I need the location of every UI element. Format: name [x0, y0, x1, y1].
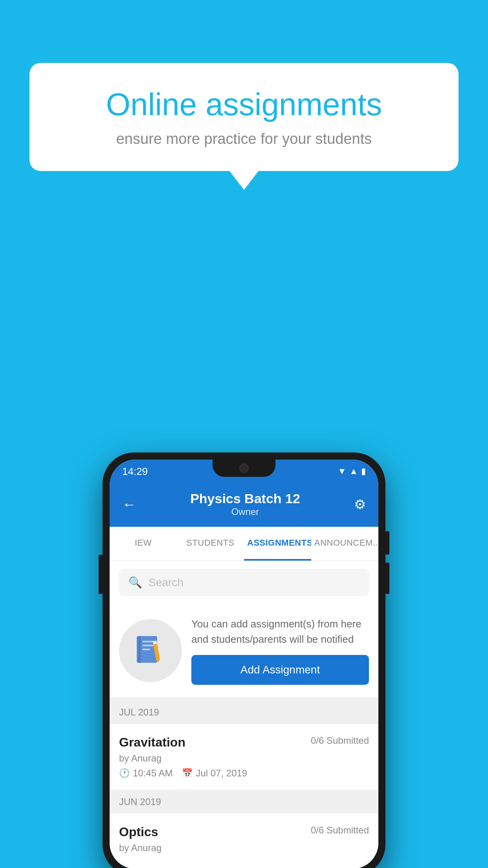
assignment-time: 🕐 10:45 AM — [119, 768, 172, 779]
assignment-date: 📅 Jul 07, 2019 — [182, 768, 247, 779]
wifi-icon: ▼ — [338, 466, 346, 476]
assignment-row-top: Gravitation 0/6 Submitted — [119, 735, 369, 750]
tab-students[interactable]: STUDENTS — [177, 527, 244, 561]
search-icon: 🔍 — [128, 576, 142, 589]
assignment-meta: 🕐 10:45 AM 📅 Jul 07, 2019 — [119, 768, 369, 779]
section-month-label: JUL 2019 — [119, 707, 159, 717]
status-icons: ▼ ▲ ▮ — [338, 466, 366, 476]
volume-down-button[interactable] — [385, 563, 389, 594]
tab-bar: IEW STUDENTS ASSIGNMENTS ANNOUNCEM... — [110, 527, 378, 561]
settings-button[interactable]: ⚙ — [354, 497, 366, 512]
batch-title: Physics Batch 12 — [190, 491, 300, 506]
power-button[interactable] — [99, 555, 103, 594]
calendar-icon: 📅 — [182, 768, 193, 778]
svg-rect-2 — [142, 641, 154, 642]
svg-rect-1 — [138, 636, 141, 663]
speech-bubble: Online assignments ensure more practice … — [29, 63, 459, 171]
search-bar[interactable]: 🔍 Search — [119, 569, 369, 596]
time-value: 10:45 AM — [133, 768, 172, 779]
volume-up-button[interactable] — [385, 531, 389, 555]
date-value: Jul 07, 2019 — [196, 768, 247, 779]
clock-icon: 🕐 — [119, 768, 130, 778]
speech-bubble-container: Online assignments ensure more practice … — [29, 63, 459, 171]
assignment-item-gravitation[interactable]: Gravitation 0/6 Submitted by Anurag 🕐 10… — [110, 724, 378, 790]
tab-iew[interactable]: IEW — [110, 527, 177, 561]
phone-screen: 14:29 ▼ ▲ ▮ ← Physics Batch 12 Owner ⚙ I… — [110, 460, 378, 868]
speech-bubble-subtitle: ensure more practice for your students — [61, 131, 427, 147]
tab-assignments[interactable]: ASSIGNMENTS — [244, 527, 311, 561]
section-jul-2019: JUL 2019 — [110, 701, 378, 724]
tab-announcements[interactable]: ANNOUNCEM... — [311, 527, 378, 561]
notebook-icon — [133, 633, 168, 668]
assignment-submitted-2: 0/6 Submitted — [311, 825, 369, 836]
assignment-title-2: Optics — [119, 825, 158, 839]
phone-camera — [239, 463, 249, 473]
status-time: 14:29 — [122, 465, 148, 478]
search-container: 🔍 Search — [110, 561, 378, 604]
assignment-by-2: by Anurag — [119, 842, 369, 853]
search-placeholder: Search — [149, 576, 183, 589]
header-title-group: Physics Batch 12 Owner — [190, 491, 300, 517]
battery-icon: ▮ — [361, 466, 366, 476]
section-jun-2019: JUN 2019 — [110, 790, 378, 814]
assignment-title: Gravitation — [119, 735, 185, 750]
signal-icon: ▲ — [349, 466, 358, 476]
promo-content: You can add assignment(s) from here and … — [191, 616, 369, 685]
svg-rect-4 — [142, 649, 150, 650]
phone-mockup: 14:29 ▼ ▲ ▮ ← Physics Batch 12 Owner ⚙ I… — [103, 452, 385, 868]
assignment-submitted: 0/6 Submitted — [311, 735, 369, 746]
speech-bubble-title: Online assignments — [61, 86, 427, 123]
add-assignment-button[interactable]: Add Assignment — [191, 655, 369, 685]
phone-outer: 14:29 ▼ ▲ ▮ ← Physics Batch 12 Owner ⚙ I… — [103, 452, 385, 868]
assignment-by: by Anurag — [119, 753, 369, 764]
app-header: ← Physics Batch 12 Owner ⚙ — [110, 483, 378, 527]
batch-role: Owner — [190, 506, 300, 517]
add-assignment-promo: You can add assignment(s) from here and … — [110, 604, 378, 701]
assignment-item-optics[interactable]: Optics 0/6 Submitted by Anurag — [110, 814, 378, 868]
promo-description: You can add assignment(s) from here and … — [191, 616, 369, 647]
section-month-label-2: JUN 2019 — [119, 796, 161, 807]
svg-rect-3 — [142, 645, 154, 646]
back-button[interactable]: ← — [122, 496, 136, 513]
assignment-row-top-2: Optics 0/6 Submitted — [119, 825, 369, 839]
promo-icon-circle — [119, 619, 182, 682]
